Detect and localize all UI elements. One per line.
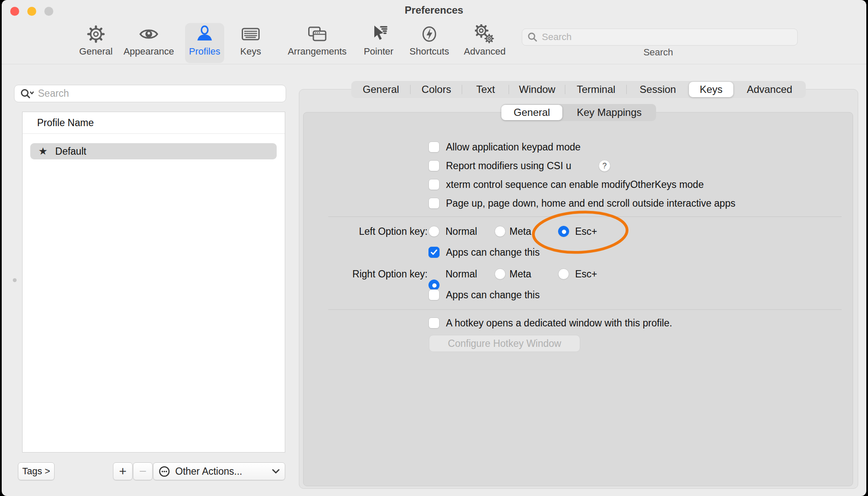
tab-session[interactable]: Session (627, 81, 689, 98)
radio-label: Meta (509, 268, 531, 280)
other-actions-dropdown[interactable]: Other Actions... (153, 462, 285, 480)
toolbar-label: General (79, 46, 113, 57)
windows-icon (307, 23, 327, 45)
radio-left-normal[interactable] (428, 226, 440, 237)
checkbox-modify-other-keys[interactable] (428, 179, 440, 190)
toolbar-label: Appearance (124, 46, 174, 57)
toolbar-label: Shortcuts (410, 46, 449, 57)
radio-left-meta[interactable] (495, 226, 506, 237)
toolbar-search-input[interactable]: Search (522, 29, 798, 46)
remove-profile-button[interactable]: − (133, 462, 153, 480)
other-actions-label: Other Actions... (175, 466, 242, 477)
toolbar-item-pointer[interactable]: Pointer (355, 23, 402, 63)
tags-button-label: Tags > (22, 466, 50, 477)
checkbox-hotkey-window[interactable] (428, 317, 440, 329)
search-filter-icon (20, 88, 35, 99)
cursor-icon (369, 23, 388, 45)
preferences-window: Preferences General Appearance (2, 0, 866, 496)
profile-list (22, 112, 285, 453)
toolbar-label: Arrangements (288, 46, 347, 57)
tab-window[interactable]: Window (509, 81, 565, 98)
profile-row-default[interactable]: ★ Default (30, 143, 277, 159)
toolbar-item-shortcuts[interactable]: Shortcuts (404, 23, 455, 63)
list-header-divider (23, 133, 285, 134)
radio-right-meta[interactable] (495, 268, 506, 280)
toolbar-item-keys[interactable]: Keys (231, 23, 270, 63)
lightning-icon (420, 23, 439, 45)
toolbar-label: Keys (240, 46, 261, 57)
help-button[interactable]: ? (599, 160, 610, 172)
search-placeholder: Search (38, 88, 69, 99)
keys-subtab-bar: General Key Mappings (501, 104, 656, 121)
radio-label: Normal (446, 225, 477, 237)
checkbox-csi-u[interactable] (428, 160, 440, 171)
search-icon (527, 32, 538, 42)
toolbar-item-arrangements[interactable]: Arrangements (283, 23, 351, 63)
radio-label: Normal (446, 268, 477, 280)
radio-right-esc[interactable] (558, 268, 569, 280)
configure-hotkey-window-button: Configure Hotkey Window (429, 335, 580, 352)
plus-icon: + (119, 464, 127, 479)
profile-tab-bar: General Colors Text Window Terminal Sess… (351, 81, 806, 98)
chevron-down-icon (272, 469, 280, 474)
tab-text[interactable]: Text (462, 81, 509, 98)
add-profile-button[interactable]: + (113, 462, 133, 480)
toolbar-separator (2, 64, 866, 64)
checkbox-keypad-mode[interactable] (428, 141, 440, 153)
subtab-general[interactable]: General (501, 105, 562, 120)
toolbar-item-appearance[interactable]: Appearance (119, 23, 179, 63)
profile-search-input[interactable]: Search (14, 85, 286, 102)
tab-colors[interactable]: Colors (411, 81, 462, 98)
checkbox-label: Apps can change this (446, 289, 540, 301)
gears-icon (475, 23, 495, 45)
profile-name: Default (55, 146, 87, 157)
eye-icon (139, 23, 159, 45)
toolbar-label: Profiles (189, 46, 220, 57)
section-divider (328, 309, 842, 310)
tab-terminal[interactable]: Terminal (565, 81, 627, 98)
person-icon (195, 23, 214, 45)
toolbar-search-label: Search (624, 47, 692, 58)
right-option-key-label: Right Option key: (303, 268, 428, 280)
profile-list-header: Profile Name (37, 117, 94, 129)
tab-keys[interactable]: Keys (689, 82, 733, 97)
checkbox-label: xterm control sequence can enable modify… (446, 179, 704, 190)
checkbox-label: Report modifiers using CSI u (446, 160, 571, 172)
search-placeholder: Search (542, 32, 572, 43)
ellipsis-circle-icon (159, 466, 170, 477)
checkbox-page-scroll[interactable] (428, 198, 440, 209)
window-title: Preferences (2, 4, 866, 16)
minus-icon: − (139, 464, 147, 479)
tab-advanced[interactable]: Advanced (733, 81, 806, 98)
checkbox-label: A hotkey opens a dedicated window with t… (446, 317, 672, 329)
star-icon: ★ (38, 145, 48, 157)
radio-label: Esc+ (575, 268, 597, 280)
checkbox-label: Apps can change this (446, 246, 540, 258)
toolbar-item-advanced[interactable]: Advanced (459, 23, 510, 63)
configure-hotkey-label: Configure Hotkey Window (448, 338, 561, 349)
toolbar-item-general[interactable]: General (72, 23, 119, 63)
left-option-key-label: Left Option key: (303, 225, 428, 237)
annotation-ellipse (528, 208, 635, 259)
checkbox-right-apps-change[interactable] (428, 289, 440, 300)
tags-button[interactable]: Tags > (18, 462, 55, 480)
keyboard-icon (241, 23, 260, 45)
gear-icon (86, 23, 106, 45)
keys-general-subpanel (303, 112, 853, 486)
checkbox-label: Page up, page down, home and end scroll … (446, 197, 735, 209)
subtab-key-mappings[interactable]: Key Mappings (562, 104, 656, 121)
toolbar-label: Advanced (464, 46, 506, 57)
toolbar-item-profiles[interactable]: Profiles (185, 23, 224, 63)
help-label: ? (602, 161, 607, 170)
checkbox-left-apps-change[interactable] (428, 247, 440, 258)
checkbox-label: Allow application keypad mode (446, 141, 581, 153)
window-edge-dot (13, 278, 17, 282)
toolbar-label: Pointer (364, 46, 393, 57)
tab-general[interactable]: General (351, 81, 411, 98)
